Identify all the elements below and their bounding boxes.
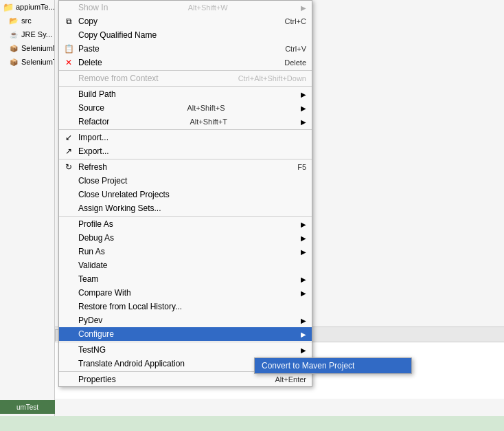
arrow-icon: ▶: [294, 346, 306, 354]
separator: [59, 216, 312, 217]
separator: [59, 70, 312, 71]
menu-item-run-as[interactable]: Run As ▶: [59, 245, 312, 258]
sidebar-item-src[interactable]: 📂 src: [0, 14, 54, 27]
configure-submenu: Convert to Maven Project: [254, 357, 412, 374]
menu-item-delete[interactable]: ✕ Delete Delete: [59, 56, 312, 69]
shortcut-label: Alt+Enter: [261, 375, 306, 384]
sidebar-item-label: SeleniumN...: [21, 44, 54, 52]
context-menu: Show In Alt+Shift+W ▶ ⧉ Copy Ctrl+C Copy…: [58, 0, 312, 387]
menu-item-label: TestNG: [78, 345, 106, 355]
sidebar-item-label: appiumTe...: [16, 3, 54, 11]
menu-item-label: Source: [78, 103, 104, 113]
menu-item-show-in[interactable]: Show In Alt+Shift+W ▶: [59, 1, 312, 14]
separator: [59, 342, 312, 342]
menu-item-label: PyDev: [78, 316, 102, 325]
menu-item-label: Properties: [78, 375, 116, 384]
import-icon: ↙: [63, 132, 74, 143]
menu-item-label: Paste: [78, 44, 100, 54]
menu-item-build-path[interactable]: Build Path ▶: [59, 87, 312, 101]
jar-icon-2: 📦: [8, 56, 19, 67]
delete-icon: ✕: [63, 57, 74, 68]
menu-item-export[interactable]: ↗ Export...: [59, 144, 312, 158]
menu-item-label: Debug As: [78, 233, 114, 243]
menu-item-source[interactable]: Source Alt+Shift+S ▶: [59, 101, 312, 115]
arrow-icon: ▶: [294, 276, 306, 283]
menu-item-pydev[interactable]: PyDev ▶: [59, 313, 312, 327]
status-bar: [0, 416, 504, 431]
sidebar-item-label: JRE Sy...: [21, 30, 52, 38]
arrow-icon: ▶: [294, 104, 306, 112]
menu-item-label: Profile As: [78, 219, 113, 229]
sidebar-item-selenium2[interactable]: 📦 SeleniumT...: [0, 55, 54, 69]
menu-item-configure[interactable]: Configure ▶: [59, 327, 312, 341]
project-explorer: 📁 appiumTe... 📂 src ☕ JRE Sy... 📦 Seleni…: [0, 0, 55, 431]
menu-item-copy-qualified[interactable]: Copy Qualified Name: [59, 28, 312, 42]
menu-item-label: Close Project: [78, 176, 127, 186]
menu-item-label: Remove from Context: [78, 74, 159, 83]
menu-item-team[interactable]: Team ▶: [59, 272, 312, 286]
arrow-icon: ▶: [294, 317, 306, 324]
arrow-icon: ▶: [294, 289, 306, 297]
arrow-icon: ▶: [294, 248, 306, 256]
menu-item-restore-history[interactable]: Restore from Local History...: [59, 300, 312, 313]
separator: [59, 159, 312, 159]
shortcut-label: Alt+Shift+S: [173, 104, 225, 112]
shortcut-label: F5: [284, 163, 306, 171]
menu-item-label: Run As: [78, 247, 105, 256]
arrow-icon: ▶: [294, 4, 306, 12]
arrow-icon: ▶: [294, 118, 306, 126]
menu-item-label: Translate Android Application: [78, 359, 185, 368]
jar-icon-1: 📦: [8, 43, 19, 54]
menu-item-import[interactable]: ↙ Import...: [59, 131, 312, 144]
menu-item-copy[interactable]: ⧉ Copy Ctrl+C: [59, 14, 312, 28]
menu-item-testng[interactable]: TestNG ▶: [59, 343, 312, 357]
menu-item-label: Copy: [78, 16, 98, 26]
shortcut-label: Delete: [271, 58, 306, 67]
jre-icon: ☕: [8, 29, 19, 40]
menu-item-label: Import...: [78, 133, 108, 142]
submenu-item-convert-maven[interactable]: Convert to Maven Project: [255, 358, 411, 373]
export-icon: ↗: [63, 146, 74, 157]
menu-item-label: Restore from Local History...: [78, 302, 182, 311]
arrow-icon: ▶: [294, 221, 306, 228]
sidebar-item-jre[interactable]: ☕ JRE Sy...: [0, 27, 54, 41]
separator: [59, 86, 312, 87]
menu-item-label: Refresh: [78, 162, 107, 172]
menu-item-validate[interactable]: Validate: [59, 258, 312, 272]
menu-item-assign-working[interactable]: Assign Working Sets...: [59, 201, 312, 215]
menu-item-label: Assign Working Sets...: [78, 203, 161, 213]
project-icon: 📁: [3, 1, 14, 12]
menu-item-label: Export...: [78, 146, 109, 156]
menu-item-close-unrelated[interactable]: Close Unrelated Projects: [59, 188, 312, 201]
menu-item-debug-as[interactable]: Debug As ▶: [59, 231, 312, 245]
menu-item-paste[interactable]: 📋 Paste Ctrl+V: [59, 42, 312, 56]
shortcut-label: Ctrl+V: [271, 45, 306, 53]
sidebar-item-appium[interactable]: 📁 appiumTe...: [0, 0, 54, 14]
shortcut-label: Alt+Shift+T: [176, 118, 227, 126]
sidebar-item-label: SeleniumT...: [21, 58, 54, 66]
menu-item-refresh[interactable]: ↻ Refresh F5: [59, 160, 312, 174]
shortcut-label: Ctrl+Alt+Shift+Down: [225, 74, 306, 82]
menu-item-label: Build Path: [78, 89, 116, 99]
submenu-item-label: Convert to Maven Project: [262, 361, 354, 371]
menu-item-profile-as[interactable]: Profile As ▶: [59, 217, 312, 231]
sidebar-item-selenium1[interactable]: 📦 SeleniumN...: [0, 41, 54, 55]
menu-item-label: Delete: [78, 58, 102, 67]
menu-item-label: Show In: [78, 3, 108, 12]
src-icon: 📂: [8, 15, 19, 26]
menu-item-close-project[interactable]: Close Project: [59, 174, 312, 188]
menu-item-label: Team: [78, 274, 98, 284]
menu-item-refactor[interactable]: Refactor Alt+Shift+T ▶: [59, 115, 312, 129]
refresh-icon: ↻: [63, 162, 74, 173]
menu-item-label: Copy Qualified Name: [78, 30, 157, 40]
arrow-icon: ▶: [294, 234, 306, 242]
sidebar-item-label: src: [21, 16, 32, 25]
shortcut-label: Alt+Shift+W: [174, 3, 228, 12]
menu-item-compare-with[interactable]: Compare With ▶: [59, 286, 312, 300]
menu-item-label: Validate: [78, 261, 107, 270]
shortcut-label: Ctrl+C: [271, 17, 306, 25]
menu-item-properties[interactable]: Properties Alt+Enter: [59, 373, 312, 386]
menu-item-remove-context[interactable]: Remove from Context Ctrl+Alt+Shift+Down: [59, 71, 312, 85]
arrow-icon: ▶: [294, 91, 306, 98]
menu-item-label: Configure: [78, 329, 114, 339]
